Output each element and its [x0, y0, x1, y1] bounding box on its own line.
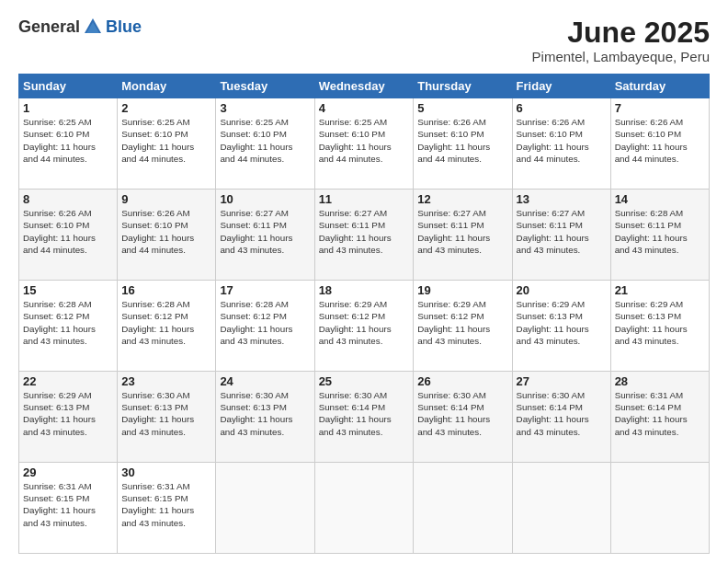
- day-info: Sunrise: 6:26 AMSunset: 6:10 PMDaylight:…: [417, 116, 507, 165]
- calendar-cell: 7Sunrise: 6:26 AMSunset: 6:10 PMDaylight…: [610, 98, 709, 190]
- day-info: Sunrise: 6:27 AMSunset: 6:11 PMDaylight:…: [417, 207, 507, 256]
- day-number: 14: [615, 192, 705, 206]
- calendar-cell: 22Sunrise: 6:29 AMSunset: 6:13 PMDayligh…: [19, 372, 118, 463]
- day-info: Sunrise: 6:27 AMSunset: 6:11 PMDaylight:…: [517, 207, 607, 256]
- calendar-cell: 21Sunrise: 6:29 AMSunset: 6:13 PMDayligh…: [610, 281, 709, 372]
- calendar-cell: [216, 463, 314, 554]
- day-number: 29: [23, 465, 113, 479]
- month-title: June 2025: [532, 17, 710, 49]
- calendar-cell: 9Sunrise: 6:26 AMSunset: 6:10 PMDaylight…: [118, 190, 216, 281]
- calendar-cell: 19Sunrise: 6:29 AMSunset: 6:12 PMDayligh…: [414, 281, 512, 372]
- day-info: Sunrise: 6:25 AMSunset: 6:10 PMDaylight:…: [121, 116, 211, 165]
- day-number: 17: [220, 283, 310, 297]
- calendar-header-row: SundayMondayTuesdayWednesdayThursdayFrid…: [19, 75, 710, 98]
- day-number: 23: [121, 374, 211, 388]
- day-number: 25: [319, 374, 410, 388]
- day-number: 2: [121, 101, 211, 115]
- calendar-week-1: 1Sunrise: 6:25 AMSunset: 6:10 PMDaylight…: [19, 98, 710, 190]
- day-number: 27: [517, 374, 607, 388]
- day-number: 22: [23, 374, 113, 388]
- day-info: Sunrise: 6:26 AMSunset: 6:10 PMDaylight:…: [121, 207, 211, 256]
- calendar-cell: 6Sunrise: 6:26 AMSunset: 6:10 PMDaylight…: [512, 98, 610, 190]
- day-info: Sunrise: 6:25 AMSunset: 6:10 PMDaylight:…: [23, 116, 113, 165]
- calendar-header-sunday: Sunday: [19, 75, 118, 98]
- logo: General Blue: [18, 17, 142, 37]
- calendar-table: SundayMondayTuesdayWednesdayThursdayFrid…: [18, 74, 710, 554]
- calendar-header-wednesday: Wednesday: [314, 75, 414, 98]
- calendar-header-tuesday: Tuesday: [216, 75, 314, 98]
- day-info: Sunrise: 6:29 AMSunset: 6:13 PMDaylight:…: [517, 298, 607, 347]
- calendar-cell: 30Sunrise: 6:31 AMSunset: 6:15 PMDayligh…: [118, 463, 216, 554]
- calendar-cell: 25Sunrise: 6:30 AMSunset: 6:14 PMDayligh…: [314, 372, 414, 463]
- day-number: 1: [23, 101, 113, 115]
- calendar-week-4: 22Sunrise: 6:29 AMSunset: 6:13 PMDayligh…: [19, 372, 710, 463]
- day-number: 26: [417, 374, 507, 388]
- calendar-cell: 28Sunrise: 6:31 AMSunset: 6:14 PMDayligh…: [610, 372, 709, 463]
- calendar-cell: 15Sunrise: 6:28 AMSunset: 6:12 PMDayligh…: [19, 281, 118, 372]
- day-info: Sunrise: 6:25 AMSunset: 6:10 PMDaylight:…: [220, 116, 310, 165]
- calendar-cell: 26Sunrise: 6:30 AMSunset: 6:14 PMDayligh…: [414, 372, 512, 463]
- day-number: 16: [121, 283, 211, 297]
- day-info: Sunrise: 6:31 AMSunset: 6:15 PMDaylight:…: [23, 480, 113, 529]
- day-info: Sunrise: 6:29 AMSunset: 6:13 PMDaylight:…: [615, 298, 705, 347]
- day-number: 12: [417, 192, 507, 206]
- day-info: Sunrise: 6:30 AMSunset: 6:13 PMDaylight:…: [121, 389, 211, 438]
- day-info: Sunrise: 6:27 AMSunset: 6:11 PMDaylight:…: [220, 207, 310, 256]
- calendar-cell: 24Sunrise: 6:30 AMSunset: 6:13 PMDayligh…: [216, 372, 314, 463]
- day-number: 8: [23, 192, 113, 206]
- day-number: 7: [615, 101, 705, 115]
- day-info: Sunrise: 6:25 AMSunset: 6:10 PMDaylight:…: [319, 116, 410, 165]
- day-info: Sunrise: 6:31 AMSunset: 6:15 PMDaylight:…: [121, 480, 211, 529]
- day-number: 5: [417, 101, 507, 115]
- calendar-cell: [610, 463, 709, 554]
- calendar-header-thursday: Thursday: [414, 75, 512, 98]
- day-info: Sunrise: 6:27 AMSunset: 6:11 PMDaylight:…: [319, 207, 410, 256]
- calendar-cell: 16Sunrise: 6:28 AMSunset: 6:12 PMDayligh…: [118, 281, 216, 372]
- calendar-header-saturday: Saturday: [610, 75, 709, 98]
- logo-blue: Blue: [106, 17, 142, 37]
- day-info: Sunrise: 6:26 AMSunset: 6:10 PMDaylight:…: [23, 207, 113, 256]
- calendar-cell: 8Sunrise: 6:26 AMSunset: 6:10 PMDaylight…: [19, 190, 118, 281]
- calendar-week-2: 8Sunrise: 6:26 AMSunset: 6:10 PMDaylight…: [19, 190, 710, 281]
- calendar-cell: 4Sunrise: 6:25 AMSunset: 6:10 PMDaylight…: [314, 98, 414, 190]
- calendar-cell: 5Sunrise: 6:26 AMSunset: 6:10 PMDaylight…: [414, 98, 512, 190]
- day-number: 30: [121, 465, 211, 479]
- calendar-cell: [414, 463, 512, 554]
- day-number: 20: [517, 283, 607, 297]
- calendar-cell: [314, 463, 414, 554]
- day-info: Sunrise: 6:29 AMSunset: 6:12 PMDaylight:…: [319, 298, 410, 347]
- header: General Blue June 2025 Pimentel, Lambaye…: [18, 17, 710, 64]
- day-info: Sunrise: 6:30 AMSunset: 6:14 PMDaylight:…: [319, 389, 410, 438]
- calendar-header-monday: Monday: [118, 75, 216, 98]
- calendar-header-friday: Friday: [512, 75, 610, 98]
- day-number: 4: [319, 101, 410, 115]
- location-title: Pimentel, Lambayeque, Peru: [532, 49, 710, 64]
- day-info: Sunrise: 6:31 AMSunset: 6:14 PMDaylight:…: [615, 389, 705, 438]
- day-number: 6: [517, 101, 607, 115]
- day-number: 11: [319, 192, 410, 206]
- day-number: 28: [615, 374, 705, 388]
- day-info: Sunrise: 6:28 AMSunset: 6:12 PMDaylight:…: [220, 298, 310, 347]
- day-number: 21: [615, 283, 705, 297]
- day-info: Sunrise: 6:29 AMSunset: 6:13 PMDaylight:…: [23, 389, 113, 438]
- calendar-week-5: 29Sunrise: 6:31 AMSunset: 6:15 PMDayligh…: [19, 463, 710, 554]
- calendar-cell: 12Sunrise: 6:27 AMSunset: 6:11 PMDayligh…: [414, 190, 512, 281]
- calendar-cell: 1Sunrise: 6:25 AMSunset: 6:10 PMDaylight…: [19, 98, 118, 190]
- logo-icon: [83, 17, 103, 37]
- calendar-week-3: 15Sunrise: 6:28 AMSunset: 6:12 PMDayligh…: [19, 281, 710, 372]
- calendar-cell: 2Sunrise: 6:25 AMSunset: 6:10 PMDaylight…: [118, 98, 216, 190]
- day-number: 3: [220, 101, 310, 115]
- calendar-cell: 17Sunrise: 6:28 AMSunset: 6:12 PMDayligh…: [216, 281, 314, 372]
- day-info: Sunrise: 6:30 AMSunset: 6:14 PMDaylight:…: [517, 389, 607, 438]
- calendar-cell: 14Sunrise: 6:28 AMSunset: 6:11 PMDayligh…: [610, 190, 709, 281]
- day-number: 9: [121, 192, 211, 206]
- day-info: Sunrise: 6:28 AMSunset: 6:12 PMDaylight:…: [23, 298, 113, 347]
- calendar-cell: [512, 463, 610, 554]
- calendar-cell: 27Sunrise: 6:30 AMSunset: 6:14 PMDayligh…: [512, 372, 610, 463]
- page: General Blue June 2025 Pimentel, Lambaye…: [0, 0, 728, 563]
- day-info: Sunrise: 6:30 AMSunset: 6:14 PMDaylight:…: [417, 389, 507, 438]
- day-info: Sunrise: 6:30 AMSunset: 6:13 PMDaylight:…: [220, 389, 310, 438]
- calendar-cell: 13Sunrise: 6:27 AMSunset: 6:11 PMDayligh…: [512, 190, 610, 281]
- day-number: 10: [220, 192, 310, 206]
- day-number: 18: [319, 283, 410, 297]
